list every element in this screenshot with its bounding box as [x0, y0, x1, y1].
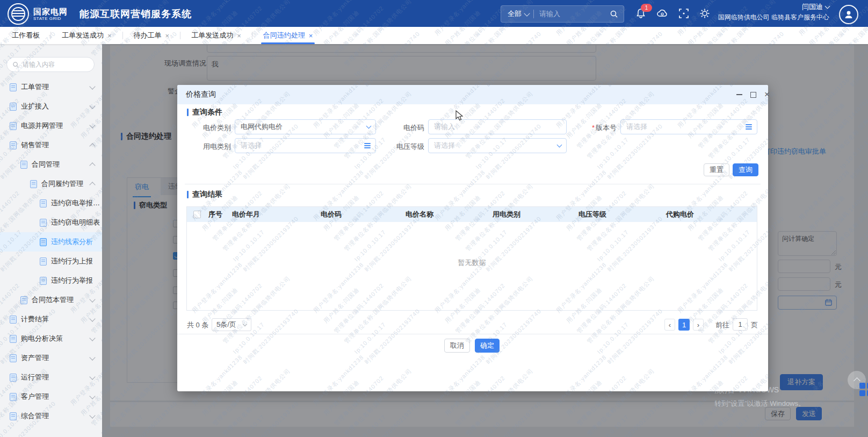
page-size-select[interactable]: 5条/页 [212, 318, 251, 331]
tab-item[interactable]: 工作看板 [10, 27, 42, 44]
tab-item[interactable]: 工单发送成功× [60, 27, 114, 44]
chevron-down-icon [89, 296, 95, 302]
tab-item[interactable]: 合同违约处理× [261, 27, 315, 44]
tab-separator [122, 32, 123, 39]
sidebar-item[interactable]: 电源并网管理 [0, 116, 102, 135]
required-asterisk: * [592, 124, 595, 132]
user-menu[interactable]: 闫国迪 [802, 3, 829, 10]
sidebar-item[interactable]: 销售管理 [0, 135, 102, 155]
document-icon [40, 238, 47, 246]
voltage-label: 电压等级 [381, 142, 424, 152]
sidebar-item[interactable]: 综合管理 [0, 406, 102, 426]
chevron-down-icon [89, 374, 95, 379]
query-button[interactable]: 查询 [733, 163, 758, 176]
document-icon [10, 83, 17, 91]
sidebar-item-label: 计费结算 [21, 314, 49, 324]
notification-bell-icon[interactable]: 1 [635, 8, 647, 20]
chevron-down-icon [825, 3, 830, 9]
column-header: 电价码 [313, 210, 398, 219]
chevron-down-icon [557, 142, 562, 148]
sidebar-item[interactable]: 工单管理 [0, 77, 102, 97]
cancel-button[interactable]: 取消 [444, 339, 470, 353]
sidebar-item-label: 购电分析决策 [21, 334, 63, 343]
tab-label: 工作看板 [12, 31, 40, 40]
tab-close-icon[interactable]: × [165, 32, 170, 40]
tab-item[interactable]: 待办工单× [132, 27, 172, 44]
version-label: *版本号 [553, 123, 617, 133]
next-page-button[interactable]: › [693, 319, 704, 331]
state-grid-logo-icon [8, 3, 29, 25]
reset-button[interactable]: 重置 [704, 163, 729, 176]
sidebar-item[interactable]: 合同管理 [0, 155, 102, 174]
column-header: 电价名称 [398, 210, 485, 219]
sidebar-menu: 工单管理业扩接入电源并网管理销售管理合同管理合同履约管理违约窃电举报奖励违约窃电… [0, 77, 102, 426]
sidebar-item[interactable]: 资产管理 [0, 348, 102, 368]
sidebar-search-placeholder: 请输入内容 [23, 60, 55, 69]
sidebar-item[interactable]: 运行管理 [0, 368, 102, 387]
chevron-down-icon [89, 122, 95, 128]
prev-page-button[interactable]: ‹ [664, 319, 675, 331]
voltage-select[interactable]: 请选择 [428, 138, 567, 153]
sidebar-item[interactable]: 违约线索分析 [0, 232, 102, 252]
app-title: 能源互联网营销服务系统 [79, 8, 192, 20]
maximize-icon[interactable] [747, 85, 760, 104]
sidebar-item-label: 违约行为举报 [51, 276, 93, 285]
sidebar-item[interactable]: 业扩接入 [0, 97, 102, 116]
price-query-dialog: 价格查询 查询条件 电价类别 电网代购电价 电价码 请输入 *版本号 请选择 用… [177, 85, 768, 391]
sidebar-item[interactable]: 购电分析决策 [0, 329, 102, 348]
sidebar-item[interactable]: 合同范本管理 [0, 290, 102, 310]
search-scope-select[interactable]: 全部 [501, 9, 525, 19]
global-search[interactable]: 全部 请输入 [501, 5, 624, 23]
chevron-down-icon [524, 10, 530, 16]
confirm-button[interactable]: 确定 [475, 339, 500, 353]
close-icon[interactable] [761, 85, 773, 104]
tab-close-icon[interactable]: × [107, 32, 112, 40]
document-icon [20, 161, 27, 169]
sidebar-item[interactable]: 违约行为举报 [0, 271, 102, 290]
search-icon[interactable] [610, 10, 618, 18]
sidebar-item[interactable]: 违约行为上报 [0, 252, 102, 271]
chevron-down-icon [89, 103, 95, 109]
tab-separator [50, 32, 51, 39]
sidebar-search-input[interactable]: 请输入内容 [6, 57, 95, 72]
document-icon [10, 354, 17, 362]
price-category-value: 电网代购电价 [241, 122, 283, 132]
sidebar-item[interactable]: 违约窃电举报奖励 [0, 194, 102, 213]
sidebar-item-label: 客户管理 [21, 392, 49, 402]
tab-close-icon[interactable]: × [309, 32, 313, 40]
version-select[interactable]: 请选择 [620, 119, 757, 134]
price-category-select[interactable]: 电网代购电价 [235, 119, 376, 134]
sidebar-item[interactable]: 计费结算 [0, 310, 102, 329]
sidebar-item[interactable]: 客户管理 [0, 387, 102, 406]
sidebar-item-label: 违约窃电明细表 [51, 218, 100, 227]
price-code-label: 电价码 [381, 123, 424, 133]
cloud-icon[interactable] [656, 8, 668, 20]
sidebar: 请输入内容 工单管理业扩接入电源并网管理销售管理合同管理合同履约管理违约窃电举报… [0, 44, 102, 437]
sidebar-item[interactable]: 违约窃电明细表 [0, 213, 102, 232]
avatar[interactable] [839, 5, 858, 24]
current-page[interactable]: 1 [678, 319, 690, 331]
sidebar-item-label: 违约行为上报 [51, 256, 93, 266]
goto-label: 前往 [715, 320, 729, 330]
fullscreen-scan-icon[interactable] [678, 8, 690, 20]
column-header: 电压等级 [571, 210, 659, 219]
goto-page-input[interactable]: 1 [733, 318, 748, 331]
sidebar-item-label: 综合管理 [21, 411, 49, 421]
chevron-down-icon [89, 316, 95, 321]
floating-widget-icon[interactable] [859, 383, 868, 396]
sidebar-item[interactable]: 合同履约管理 [0, 174, 102, 194]
settings-gear-icon[interactable] [699, 8, 711, 20]
tab-close-icon[interactable]: × [237, 32, 241, 40]
select-all-checkbox[interactable] [193, 211, 201, 218]
document-icon [10, 412, 17, 420]
price-code-input[interactable]: 请输入 [428, 119, 567, 134]
chevron-down-icon [89, 393, 95, 399]
chevron-up-icon [89, 143, 95, 149]
tab-item[interactable]: 工单发送成功× [189, 27, 243, 44]
minimize-icon[interactable] [733, 85, 746, 104]
sidebar-item-label: 合同管理 [32, 160, 60, 169]
elec-category-select[interactable]: 请选择 [235, 138, 376, 153]
search-input[interactable]: 请输入 [534, 9, 610, 19]
user-name: 闫国迪 [802, 3, 823, 10]
dialog-header[interactable]: 价格查询 [177, 85, 768, 104]
